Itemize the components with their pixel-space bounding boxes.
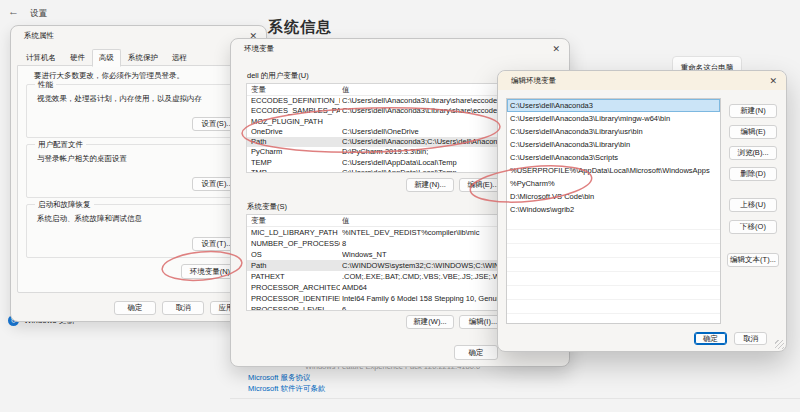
advanced-tab-panel: 要进行大多数更改，你必须作为管理员登录。 性能 视觉效果，处理器计划，内存使用，… bbox=[17, 65, 260, 293]
startup-recovery-group-label: 启动和故障恢复 bbox=[35, 200, 94, 210]
var-name: TMP bbox=[251, 168, 340, 173]
user-profiles-group-label: 用户配置文件 bbox=[35, 140, 86, 150]
settings-app-title: 设置 bbox=[30, 8, 47, 20]
var-name: ECCODES_SAMPLES_PATH bbox=[251, 106, 340, 116]
list-empty-row bbox=[507, 216, 720, 230]
path-entries-list[interactable]: C:\Users\dell\Anaconda3 C:\Users\dell\An… bbox=[506, 98, 721, 324]
list-empty-row bbox=[507, 230, 720, 244]
startup-recovery-group-desc: 系统启动、系统故障和调试信息 bbox=[37, 214, 142, 224]
screen: ← 设置 系统信息 重命名这台电脑 Windows Feature Experi… bbox=[0, 0, 800, 412]
list-item[interactable]: %USERPROFILE%\AppData\Local\Microsoft\Wi… bbox=[507, 164, 720, 177]
move-up-button[interactable]: 上移(U) bbox=[729, 198, 777, 212]
system-properties-dialog: 系统属性 ✕ 计算机名 硬件 高级 系统保护 远程 要进行大多数更改，你必须作为… bbox=[10, 25, 267, 322]
column-variable: 变量 bbox=[251, 215, 340, 226]
list-empty-row bbox=[507, 258, 720, 272]
list-item[interactable]: D:\Microsoft VS Code\bin bbox=[507, 190, 720, 203]
var-name: OS bbox=[251, 249, 340, 260]
resize-grip[interactable] bbox=[775, 340, 784, 349]
var-name: OneDrive bbox=[251, 127, 340, 137]
var-name: PROCESSOR_ARCHITECTURE bbox=[251, 282, 340, 293]
var-name: Path bbox=[251, 260, 340, 271]
list-empty-row bbox=[507, 286, 720, 300]
list-item[interactable]: C:\Users\dell\Anaconda3\Library\usr\bin bbox=[507, 125, 720, 138]
list-empty-row bbox=[507, 300, 720, 314]
performance-group-label: 性能 bbox=[35, 80, 56, 90]
ok-button[interactable]: 确定 bbox=[694, 332, 727, 345]
dialog-title: 系统属性 bbox=[11, 26, 266, 46]
divider bbox=[230, 398, 800, 399]
var-name: NUMBER_OF_PROCESSORS bbox=[251, 238, 340, 249]
var-name: TEMP bbox=[251, 158, 340, 168]
edit-button[interactable]: 编辑(E) bbox=[729, 125, 777, 139]
column-variable: 变量 bbox=[251, 84, 340, 95]
var-name: ECCODES_DEFINITION_PATH bbox=[251, 96, 340, 106]
list-empty-row bbox=[507, 244, 720, 258]
move-down-button[interactable]: 下移(O) bbox=[729, 220, 777, 234]
list-empty-row bbox=[507, 272, 720, 286]
var-name: MIC_LD_LIBRARY_PATH bbox=[251, 227, 340, 238]
list-item[interactable]: C:\Users\dell\Anaconda3\Library\mingw-w6… bbox=[507, 112, 720, 125]
user-new-button[interactable]: 新建(N)... bbox=[406, 178, 454, 192]
list-item[interactable]: C:\Users\dell\Anaconda3\Scripts bbox=[507, 151, 720, 164]
startup-recovery-group: 启动和故障恢复 系统启动、系统故障和调试信息 设置(T)... bbox=[26, 204, 251, 258]
edit-environment-variable-dialog: 编辑环境变量 ✕ C:\Users\dell\Anaconda3 C:\User… bbox=[497, 70, 787, 352]
cancel-button[interactable]: 取消 bbox=[162, 301, 204, 315]
license-terms-link[interactable]: Microsoft 软件许可条款 bbox=[248, 384, 326, 394]
back-arrow-icon[interactable]: ← bbox=[8, 5, 19, 17]
tab-advanced[interactable]: 高级 bbox=[92, 49, 121, 67]
cancel-button[interactable]: 取消 bbox=[734, 332, 767, 345]
var-name: MOZ_PLUGIN_PATH bbox=[251, 117, 340, 127]
list-empty-row bbox=[507, 314, 720, 324]
var-name: PROCESSOR_IDENTIFIER bbox=[251, 293, 340, 304]
list-item-selected[interactable]: C:\Users\dell\Anaconda3 bbox=[507, 99, 720, 112]
var-name: PROCESSOR_LEVEL bbox=[251, 304, 340, 311]
list-item[interactable]: %PyCharm% bbox=[507, 177, 720, 190]
user-variables-label: dell 的用户变量(U) bbox=[247, 71, 309, 81]
close-icon[interactable]: ✕ bbox=[552, 43, 560, 55]
page-title: 系统信息 bbox=[268, 18, 332, 37]
service-agreement-link[interactable]: Microsoft 服务协议 bbox=[248, 373, 311, 383]
browse-button[interactable]: 浏览(B)... bbox=[729, 146, 777, 160]
user-profiles-group: 用户配置文件 与登录帐户相关的桌面设置 设置(E)... bbox=[26, 144, 251, 198]
performance-group: 性能 视觉效果，处理器计划，内存使用，以及虚拟内存 设置(S)... bbox=[26, 84, 251, 138]
dialog-title: 环境变量 bbox=[231, 39, 569, 59]
edit-text-button[interactable]: 编辑文本(T)... bbox=[727, 253, 779, 267]
user-profiles-group-desc: 与登录帐户相关的桌面设置 bbox=[37, 154, 127, 164]
list-item[interactable]: C:\Windows\wgrib2 bbox=[507, 203, 720, 216]
performance-group-desc: 视觉效果，处理器计划，内存使用，以及虚拟内存 bbox=[37, 94, 202, 104]
delete-button[interactable]: 删除(D) bbox=[729, 167, 777, 181]
system-variables-label: 系统变量(S) bbox=[247, 202, 287, 212]
admin-note: 要进行大多数更改，你必须作为管理员登录。 bbox=[34, 71, 184, 81]
close-icon[interactable]: ✕ bbox=[769, 75, 777, 87]
var-name: Path bbox=[251, 137, 340, 147]
list-item[interactable]: C:\Users\dell\Anaconda3\Library\bin bbox=[507, 138, 720, 151]
var-name: PyCharm bbox=[251, 147, 340, 157]
dialog-title: 编辑环境变量 bbox=[498, 71, 786, 90]
ok-button[interactable]: 确定 bbox=[454, 345, 498, 360]
new-button[interactable]: 新建(N) bbox=[729, 104, 777, 118]
var-name: PATHEXT bbox=[251, 271, 340, 282]
system-new-button[interactable]: 新建(W)... bbox=[406, 315, 454, 329]
ok-button[interactable]: 确定 bbox=[114, 301, 156, 315]
